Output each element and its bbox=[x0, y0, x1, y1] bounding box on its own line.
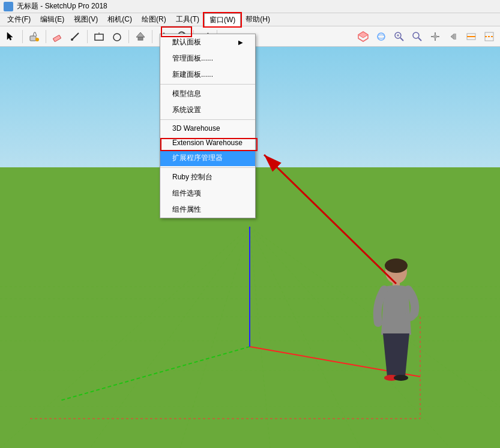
menu-ruby-console[interactable]: Ruby 控制台 bbox=[160, 169, 255, 185]
pushpull-btn[interactable] bbox=[132, 28, 149, 45]
submenu-arrow: ▶ bbox=[238, 39, 243, 46]
sep-2 bbox=[160, 119, 255, 120]
menu-extension-manager[interactable]: 扩展程序管理器 bbox=[160, 150, 255, 166]
shape-tool-btn[interactable] bbox=[91, 28, 107, 45]
menu-tools[interactable]: 工具(T) bbox=[171, 13, 204, 26]
menu-draw[interactable]: 绘图(R) bbox=[137, 13, 171, 26]
menu-window[interactable]: 窗口(W) bbox=[204, 13, 241, 26]
orbit-btn[interactable] bbox=[373, 28, 390, 45]
separator-1 bbox=[22, 30, 23, 43]
3d-warehouse-label: 3D Warehouse bbox=[172, 124, 220, 133]
separator-3 bbox=[87, 30, 88, 43]
svg-rect-5 bbox=[95, 34, 103, 40]
ruby-console-label: Ruby 控制台 bbox=[172, 172, 212, 182]
svg-rect-2 bbox=[53, 35, 61, 41]
menu-manage-panel[interactable]: 管理面板...... bbox=[160, 50, 255, 67]
svg-point-17 bbox=[378, 33, 385, 40]
svg-marker-8 bbox=[136, 32, 145, 37]
menu-help[interactable]: 帮助(H) bbox=[241, 13, 275, 26]
menu-view[interactable]: 视图(V) bbox=[69, 13, 103, 26]
zoom-btn[interactable] bbox=[391, 28, 408, 45]
svg-line-20 bbox=[400, 38, 403, 41]
menu-file[interactable]: 文件(F) bbox=[2, 13, 35, 26]
separator-2 bbox=[46, 30, 46, 43]
menu-extension-warehouse[interactable]: Extension Warehouse bbox=[160, 136, 255, 150]
svg-point-1 bbox=[35, 38, 39, 41]
manage-panel-label: 管理面板...... bbox=[172, 53, 213, 64]
section2-btn[interactable] bbox=[481, 28, 498, 45]
svg-line-24 bbox=[418, 38, 421, 41]
prev-next-btn[interactable] bbox=[445, 28, 462, 45]
app-icon bbox=[4, 2, 13, 11]
svg-point-25 bbox=[433, 35, 437, 38]
window-dropdown-menu: 默认面板 ▶ 管理面板...... 新建面板...... 模型信息 系统设置 3… bbox=[160, 34, 256, 218]
svg-rect-27 bbox=[455, 34, 456, 40]
extension-warehouse-label: Extension Warehouse bbox=[172, 139, 242, 147]
component-props-label: 组件属性 bbox=[172, 205, 201, 215]
menu-edit[interactable]: 编辑(E) bbox=[35, 13, 69, 26]
menu-bar: 文件(F) 编辑(E) 视图(V) 相机(C) 绘图(R) 工具(T) 窗口(W… bbox=[0, 13, 500, 26]
sep-1 bbox=[160, 84, 255, 85]
circle-tool-btn[interactable] bbox=[109, 28, 125, 45]
default-panel-label: 默认面板 bbox=[172, 37, 201, 47]
model-info-label: 模型信息 bbox=[172, 89, 201, 99]
menu-component-options[interactable]: 组件选项 bbox=[160, 185, 255, 202]
menu-camera[interactable]: 相机(C) bbox=[103, 13, 137, 26]
svg-point-4 bbox=[71, 38, 73, 41]
svg-point-7 bbox=[113, 34, 121, 41]
sep-3 bbox=[160, 167, 255, 168]
title-text: 无标题 - SketchUp Pro 2018 bbox=[17, 1, 107, 11]
select-tool-btn[interactable] bbox=[2, 28, 19, 45]
paint-bucket-btn[interactable] bbox=[26, 28, 43, 45]
svg-point-18 bbox=[378, 35, 385, 38]
section-btn[interactable] bbox=[463, 28, 480, 45]
extension-manager-label: 扩展程序管理器 bbox=[172, 153, 223, 163]
separator-4 bbox=[128, 30, 129, 43]
menu-new-panel[interactable]: 新建面板...... bbox=[160, 67, 255, 83]
menu-component-props[interactable]: 组件属性 bbox=[160, 202, 255, 218]
svg-line-3 bbox=[72, 33, 79, 40]
line-tool-btn[interactable] bbox=[67, 28, 84, 45]
menu-3d-warehouse[interactable]: 3D Warehouse bbox=[160, 121, 255, 136]
svg-marker-26 bbox=[451, 34, 454, 40]
svg-marker-16 bbox=[358, 32, 368, 38]
iso-view-btn[interactable] bbox=[355, 28, 372, 45]
title-bar: 无标题 - SketchUp Pro 2018 bbox=[0, 0, 500, 13]
component-options-label: 组件选项 bbox=[172, 188, 201, 199]
svg-rect-9 bbox=[138, 37, 143, 40]
zoom-ext-btn[interactable] bbox=[409, 28, 426, 45]
menu-model-info[interactable]: 模型信息 bbox=[160, 86, 255, 102]
menu-default-panel[interactable]: 默认面板 ▶ bbox=[160, 34, 255, 50]
pan-btn[interactable] bbox=[427, 28, 444, 45]
svg-point-23 bbox=[413, 32, 419, 38]
new-panel-label: 新建面板...... bbox=[172, 70, 213, 80]
eraser-btn[interactable] bbox=[49, 28, 66, 45]
separator-5 bbox=[152, 30, 152, 43]
system-settings-label: 系统设置 bbox=[172, 105, 201, 115]
svg-rect-0 bbox=[30, 36, 36, 41]
menu-system-settings[interactable]: 系统设置 bbox=[160, 102, 255, 118]
